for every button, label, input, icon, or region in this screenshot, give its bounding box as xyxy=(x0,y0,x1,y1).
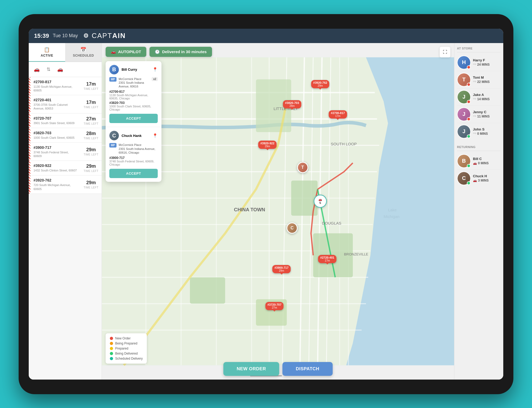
order-item-6[interactable]: #3920-762 720 South Michigan Avenue, 606… xyxy=(29,175,102,194)
chuck-h-info: Chuck H 🚗 3 MINS xyxy=(473,174,501,182)
order-item-2[interactable]: #3720-707 3901 South State Street, 60609… xyxy=(29,113,102,128)
chuck-h-mins: 3 MINS xyxy=(478,179,489,182)
autopilot-icon: 🚗 xyxy=(111,49,116,54)
chuck-driver-name: Chuck Hank xyxy=(122,134,150,138)
order-time-col-5: 29m TIME LEFT xyxy=(80,161,102,175)
expand-map-button[interactable]: ⛶ xyxy=(440,47,450,57)
bill-order-1-addr: 1130 South Michigan Avenue, 60635, Chica… xyxy=(109,94,158,100)
order-time-col-0: 17m TIME LEFT xyxy=(80,77,102,95)
bill-c-status-indicator xyxy=(467,164,471,168)
driver-bill-c[interactable]: B Bill C 🚗 0 MINS xyxy=(457,153,501,170)
chuck-accept-button[interactable]: ACCEPT xyxy=(109,169,158,178)
cluster-count: 5 xyxy=(319,201,321,204)
brand-part2: AIN xyxy=(112,32,126,40)
bill-x2-badge: x2 xyxy=(152,77,158,81)
sidebar-tabs: 📋 ACTIVE 📅 SCHEDULED xyxy=(29,43,102,62)
john-sleep-icon: ᶻᶻ² xyxy=(473,132,476,136)
bill-c-sleep-icon: 🚗 xyxy=(473,161,477,165)
order-address-0: 1130 South Michigan Avenue, 60605 xyxy=(34,85,77,92)
driver-john[interactable]: J John S ᶻᶻ² 0 MINS xyxy=(457,123,501,140)
marker-3720-707[interactable]: #3720-707 27m xyxy=(265,302,284,310)
scheduled-tab-icon: 📅 xyxy=(80,47,86,53)
dispatch-card-bill: B Bill Curry 📍 MP McCormick Place2301 So… xyxy=(106,61,161,127)
order-item-5[interactable]: #3920-922 1432 South Clinton Street, 606… xyxy=(29,161,102,175)
tab-active[interactable]: 📋 ACTIVE xyxy=(29,43,65,62)
chuck-mp-badge: MP xyxy=(109,143,117,148)
bill-order-2-id: #3820-703 xyxy=(109,101,158,105)
legend-scheduled-label: Scheduled Delivery xyxy=(115,357,143,360)
driver-chuck-h[interactable]: C Chuck H 🚗 3 MINS xyxy=(457,170,501,187)
tab-scheduled[interactable]: 📅 SCHEDULED xyxy=(65,43,102,62)
list-filter-icon[interactable]: 🚗 xyxy=(55,65,65,74)
jenny-info: Jenny C ᶻᶻ² 11 MINS xyxy=(473,110,501,118)
john-name: John S xyxy=(473,127,501,131)
autopilot-badge[interactable]: 🚗 AUTOPILOT xyxy=(106,47,146,57)
order-id-6: #3920-762 xyxy=(34,178,77,182)
toni-sleep-icon: ᶻᶻ² xyxy=(473,80,476,84)
marker-3920-762[interactable]: #3920-762 29m xyxy=(311,80,330,88)
marker-2720-401[interactable]: #2720-401 17m xyxy=(318,255,336,263)
delivery-label: Delivered in 30 minutes xyxy=(162,49,207,54)
jenny-status-indicator xyxy=(467,117,471,121)
harry-name: Harry F xyxy=(473,58,501,62)
driver-jenny[interactable]: J Jenny C ᶻᶻ² 11 MINS xyxy=(457,106,501,123)
marker-3920-922[interactable]: #3920-922 29m xyxy=(258,141,277,149)
dispatch-button[interactable]: DISPATCH xyxy=(282,362,332,376)
car-filter-icon[interactable]: 🚗 xyxy=(32,65,41,74)
map-bottom-buttons: NEW ORDER DISPATCH xyxy=(223,362,333,376)
marker-3900-717[interactable]: #3900-717 29m xyxy=(272,265,291,273)
map-top-bar: 🚗 AUTOPILOT 🕐 Delivered in 30 minutes xyxy=(106,47,450,57)
map-driver-face-1: C xyxy=(287,223,297,233)
chuck-h-status-indicator xyxy=(467,181,471,185)
jake-status-indicator xyxy=(467,100,471,104)
driver-jake[interactable]: J Jake A ᶻᶻ² 14 MINS xyxy=(457,89,501,106)
driver-toni[interactable]: T Toni M ᶻᶻ² 22 MINS xyxy=(457,71,501,89)
order-info-3: #3820-703 1000 South Clark Street, 60605 xyxy=(30,128,80,142)
marker-3820-703[interactable]: #3820-703 28m xyxy=(283,100,301,108)
driver-harry[interactable]: H Harry F ᶻᶻ² 24 MINS xyxy=(457,54,501,71)
bill-location-row: MP McCormick Place2301 South IndianaAven… xyxy=(109,77,158,89)
order-time-val-4: 29m xyxy=(86,147,96,153)
filter-row: 🚗 ⇅ 🚗 xyxy=(29,62,102,77)
order-item-4[interactable]: #3900-717 3748 South Federal Street, 606… xyxy=(29,143,102,161)
svg-rect-25 xyxy=(190,277,225,304)
order-info-1: #2720-401 3700-3706 South Calumet Avenue… xyxy=(30,95,80,113)
order-time-col-4: 29m TIME LEFT xyxy=(80,143,102,161)
order-time-label-0: TIME LEFT xyxy=(84,87,98,90)
map-driver-avatar-1[interactable]: C xyxy=(286,222,298,234)
autopilot-label: AUTOPILOT xyxy=(118,49,141,54)
chuck-order-1-id: #3900-717 xyxy=(109,156,158,160)
gear-icon[interactable]: ⚙ xyxy=(83,32,89,39)
jenny-name: Jenny C xyxy=(473,110,501,114)
cluster-bubble[interactable]: 🚗 5 xyxy=(314,195,327,208)
legend-being-delivered-dot xyxy=(110,352,113,355)
bill-mp-badge: MP xyxy=(109,77,117,82)
order-info-2: #3720-707 3901 South State Street, 60609 xyxy=(30,113,80,128)
bill-order-1-id: #2700-817 xyxy=(109,90,158,94)
new-order-button[interactable]: NEW ORDER xyxy=(223,362,279,376)
order-id-4: #3900-717 xyxy=(34,145,77,150)
jake-mins: 14 MINS xyxy=(477,97,490,101)
order-time-col-2: 27m TIME LEFT xyxy=(80,113,102,128)
jake-sleep-icon: ᶻᶻ² xyxy=(473,97,476,101)
delivery-badge[interactable]: 🕐 Delivered in 30 minutes xyxy=(149,47,212,57)
john-mins: 0 MINS xyxy=(477,132,488,136)
sort-filter-icon[interactable]: ⇅ xyxy=(44,65,53,74)
toni-mins-row: ᶻᶻ² 22 MINS xyxy=(473,80,501,84)
order-item-1[interactable]: #2720-401 3700-3706 South Calumet Avenue… xyxy=(29,95,102,113)
map-area: LITTLE ITALY SOUTH LOOP CHINA TOWN DOUGL… xyxy=(102,43,454,380)
marker-2700-817[interactable]: #2700-817 17m xyxy=(329,110,347,119)
toni-avatar-container: T xyxy=(457,73,471,87)
order-id-3: #3820-703 xyxy=(34,131,77,135)
bill-location-name: McCormick Place2301 South IndianaAvenue,… xyxy=(119,77,144,89)
dispatch-card-chuck: C Chuck Hank 📍 MP McCormick Place2301 So… xyxy=(106,127,161,182)
chuck-h-mins-row: 🚗 3 MINS xyxy=(473,179,501,182)
order-item-3[interactable]: #3820-703 1000 South Clark Street, 60605… xyxy=(29,128,102,143)
legend-being-prepared-label: Being Prepared xyxy=(115,342,137,345)
toni-mins: 22 MINS xyxy=(477,80,490,84)
svg-text:Lake: Lake xyxy=(388,208,397,212)
bill-accept-button[interactable]: ACCEPT xyxy=(109,114,158,123)
order-item-0[interactable]: #2700-817 1130 South Michigan Avenue, 60… xyxy=(29,77,102,95)
clock-icon: 🕐 xyxy=(155,49,160,54)
map-driver-avatar-2[interactable]: T xyxy=(297,162,308,173)
